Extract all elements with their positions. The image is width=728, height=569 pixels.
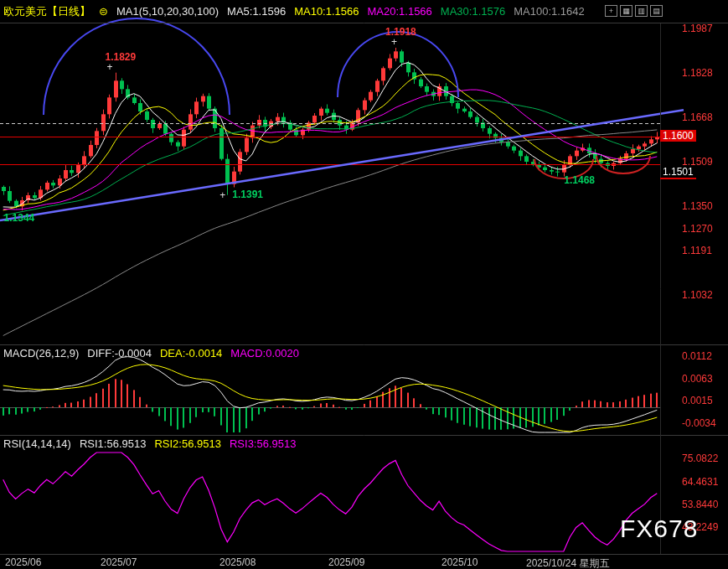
grid-layout-icon[interactable]: ▦ <box>620 5 632 17</box>
rsi-axis-label: 53.8440 <box>682 499 718 510</box>
price-axis-label: 1.1032 <box>682 289 713 301</box>
rsi-params-label: RSI(14,14,14) <box>3 437 71 450</box>
split-rows-icon[interactable]: ▤ <box>650 5 663 17</box>
price-axis-label: 1.1668 <box>682 111 713 123</box>
chart-app: 欧元美元【日线】 ⊜ MA1(5,10,20,30,100) MA5:1.159… <box>0 0 728 569</box>
window-controls: +▦▥▤ <box>605 5 663 17</box>
symbol-period-title: 欧元美元【日线】 <box>3 4 90 19</box>
macd-axis-label: 0.0063 <box>682 373 713 385</box>
annotation-cross-marker: + <box>219 189 225 201</box>
date-axis-label: 2025/10/24 星期五 <box>526 556 609 569</box>
ma10-value: MA10:1.1566 <box>294 5 359 18</box>
price-axis-label: 1.1270 <box>682 223 713 235</box>
macd-axis-label: -0.0034 <box>682 417 716 429</box>
price-annotation: 1.1918 <box>385 26 416 38</box>
macd-axis-label: 0.0112 <box>682 350 712 362</box>
macd-header: MACD(26,12,9) DIFF:-0.0004 DEA:-0.0014 M… <box>3 347 299 360</box>
rsi3-value: RSI3:56.9513 <box>230 437 297 450</box>
date-axis-label: 2025/09 <box>328 556 364 568</box>
macd-params-label: MACD(26,12,9) <box>3 347 79 360</box>
rsi-axis-label: 75.0822 <box>682 453 718 464</box>
chart-canvas[interactable] <box>0 0 728 569</box>
date-axis-label: 2025/10 <box>441 556 478 568</box>
rsi-axis-label: 64.4631 <box>682 476 718 488</box>
ma5-value: MA5:1.1596 <box>227 5 286 18</box>
ma100-value: MA100:1.1642 <box>514 5 585 18</box>
fx678-watermark: FX678 <box>620 515 698 543</box>
macd-diff-value: DIFF:-0.0004 <box>87 347 152 360</box>
annotation-cross-marker: + <box>107 61 113 73</box>
price-axis-label: 1.1828 <box>682 67 713 79</box>
ma20-value: MA20:1.1566 <box>368 5 432 18</box>
price-annotation: 1.1391 <box>232 189 263 200</box>
add-panel-icon[interactable]: + <box>605 5 617 17</box>
price-annotation: 1.1344 <box>4 212 35 224</box>
rsi-header: RSI(14,14,14) RSI1:56.9513 RSI2:56.9513 … <box>3 437 296 450</box>
price-axis-label: 1.1191 <box>682 245 712 256</box>
cycle-selector-icon[interactable]: ⊜ <box>99 5 108 18</box>
annotation-cross-marker: + <box>391 36 397 48</box>
date-axis-label: 2025/08 <box>219 556 256 568</box>
ma30-value: MA30:1.1576 <box>441 5 505 18</box>
date-axis-label: 2025/06 <box>5 556 41 568</box>
price-annotation: 1.1468 <box>564 174 595 186</box>
date-axis-label: 2025/07 <box>101 556 137 568</box>
ma-group-label: MA1(5,10,20,30,100) <box>116 5 219 18</box>
macd-dea-value: DEA:-0.0014 <box>160 347 222 360</box>
split-columns-icon[interactable]: ▥ <box>635 5 648 17</box>
price-axis-label: 1.1350 <box>682 200 713 212</box>
price-level-label-1160[interactable]: 1.1600 <box>660 130 696 142</box>
macd-hist-value: MACD:0.0020 <box>230 347 299 360</box>
price-level-label-11501[interactable]: 1.1501 <box>660 166 696 179</box>
rsi1-value: RSI1:56.9513 <box>80 437 147 450</box>
price-axis-label: 1.1987 <box>682 23 713 34</box>
macd-axis-label: 0.0015 <box>682 395 713 406</box>
rsi2-value: RSI2:56.9513 <box>154 437 221 450</box>
